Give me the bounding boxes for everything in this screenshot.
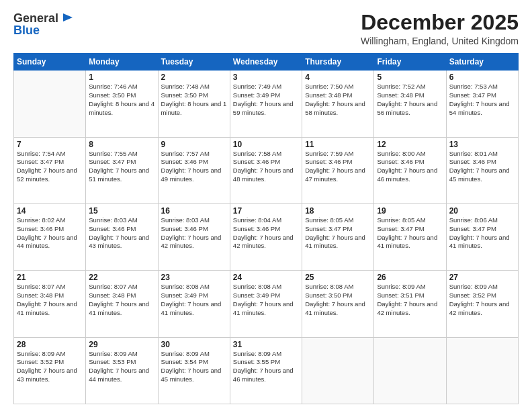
col-wednesday: Wednesday bbox=[230, 54, 302, 71]
day-info: Sunrise: 8:05 AMSunset: 3:47 PMDaylight:… bbox=[377, 216, 443, 250]
day-number: 9 bbox=[161, 140, 227, 149]
day-number: 31 bbox=[233, 340, 299, 349]
svg-marker-0 bbox=[63, 13, 73, 21]
table-row: 8Sunrise: 7:55 AMSunset: 3:47 PMDaylight… bbox=[86, 137, 158, 203]
month-title: December 2025 bbox=[361, 11, 519, 34]
table-row: 14Sunrise: 8:02 AMSunset: 3:46 PMDayligh… bbox=[14, 203, 86, 270]
day-number: 25 bbox=[305, 273, 371, 282]
day-info: Sunrise: 7:49 AMSunset: 3:49 PMDaylight:… bbox=[233, 83, 299, 117]
col-sunday: Sunday bbox=[14, 54, 86, 71]
day-number: 5 bbox=[377, 73, 443, 82]
day-info: Sunrise: 8:08 AMSunset: 3:50 PMDaylight:… bbox=[305, 283, 371, 317]
table-row: 6Sunrise: 7:53 AMSunset: 3:47 PMDaylight… bbox=[446, 71, 518, 137]
day-info: Sunrise: 8:07 AMSunset: 3:48 PMDaylight:… bbox=[89, 283, 154, 317]
col-tuesday: Tuesday bbox=[158, 54, 230, 71]
calendar-header-row: Sunday Monday Tuesday Wednesday Thursday… bbox=[14, 54, 519, 71]
page: General Blue December 2025 Willingham, E… bbox=[0, 0, 532, 411]
table-row: 21Sunrise: 8:07 AMSunset: 3:48 PMDayligh… bbox=[14, 271, 86, 337]
day-number: 6 bbox=[449, 73, 515, 82]
day-info: Sunrise: 8:09 AMSunset: 3:55 PMDaylight:… bbox=[233, 350, 299, 384]
logo: General Blue bbox=[13, 11, 75, 38]
day-number: 30 bbox=[161, 340, 227, 349]
calendar-week-row: 1Sunrise: 7:46 AMSunset: 3:50 PMDaylight… bbox=[14, 71, 519, 137]
day-number: 3 bbox=[233, 73, 299, 82]
table-row bbox=[302, 337, 374, 404]
day-number: 29 bbox=[89, 340, 154, 349]
day-number: 16 bbox=[161, 206, 227, 216]
day-info: Sunrise: 8:09 AMSunset: 3:54 PMDaylight:… bbox=[161, 350, 227, 384]
day-number: 15 bbox=[89, 206, 154, 216]
day-number: 18 bbox=[305, 206, 371, 216]
day-info: Sunrise: 8:07 AMSunset: 3:48 PMDaylight:… bbox=[17, 283, 83, 317]
table-row bbox=[374, 337, 446, 404]
day-number: 11 bbox=[305, 140, 371, 149]
day-info: Sunrise: 8:09 AMSunset: 3:53 PMDaylight:… bbox=[89, 350, 154, 384]
day-info: Sunrise: 7:59 AMSunset: 3:46 PMDaylight:… bbox=[305, 150, 371, 184]
day-number: 23 bbox=[161, 273, 227, 282]
table-row bbox=[14, 71, 86, 137]
table-row: 25Sunrise: 8:08 AMSunset: 3:50 PMDayligh… bbox=[302, 271, 374, 337]
col-thursday: Thursday bbox=[302, 54, 374, 71]
day-info: Sunrise: 8:05 AMSunset: 3:47 PMDaylight:… bbox=[305, 216, 371, 250]
day-number: 10 bbox=[233, 140, 299, 149]
logo-blue-text: Blue bbox=[13, 24, 75, 38]
day-number: 8 bbox=[89, 140, 154, 149]
day-number: 1 bbox=[89, 73, 154, 82]
day-info: Sunrise: 8:08 AMSunset: 3:49 PMDaylight:… bbox=[233, 283, 299, 317]
day-info: Sunrise: 8:06 AMSunset: 3:47 PMDaylight:… bbox=[449, 216, 515, 250]
calendar-week-row: 21Sunrise: 8:07 AMSunset: 3:48 PMDayligh… bbox=[14, 271, 519, 337]
table-row: 28Sunrise: 8:09 AMSunset: 3:52 PMDayligh… bbox=[14, 337, 86, 404]
day-number: 14 bbox=[17, 206, 83, 216]
table-row: 19Sunrise: 8:05 AMSunset: 3:47 PMDayligh… bbox=[374, 203, 446, 270]
table-row: 11Sunrise: 7:59 AMSunset: 3:46 PMDayligh… bbox=[302, 137, 374, 203]
day-number: 2 bbox=[161, 73, 227, 82]
day-info: Sunrise: 8:09 AMSunset: 3:52 PMDaylight:… bbox=[449, 283, 515, 317]
table-row: 20Sunrise: 8:06 AMSunset: 3:47 PMDayligh… bbox=[446, 203, 518, 270]
table-row: 5Sunrise: 7:52 AMSunset: 3:48 PMDaylight… bbox=[374, 71, 446, 137]
day-info: Sunrise: 7:46 AMSunset: 3:50 PMDaylight:… bbox=[89, 83, 154, 117]
table-row bbox=[446, 337, 518, 404]
calendar-table: Sunday Monday Tuesday Wednesday Thursday… bbox=[13, 53, 519, 404]
day-info: Sunrise: 7:48 AMSunset: 3:50 PMDaylight:… bbox=[161, 83, 227, 117]
table-row: 31Sunrise: 8:09 AMSunset: 3:55 PMDayligh… bbox=[230, 337, 302, 404]
table-row: 26Sunrise: 8:09 AMSunset: 3:51 PMDayligh… bbox=[374, 271, 446, 337]
location: Willingham, England, United Kingdom bbox=[361, 36, 519, 46]
day-number: 17 bbox=[233, 206, 299, 216]
day-number: 26 bbox=[377, 273, 443, 282]
day-info: Sunrise: 8:08 AMSunset: 3:49 PMDaylight:… bbox=[161, 283, 227, 317]
day-number: 21 bbox=[17, 273, 83, 282]
table-row: 23Sunrise: 8:08 AMSunset: 3:49 PMDayligh… bbox=[158, 271, 230, 337]
header: General Blue December 2025 Willingham, E… bbox=[13, 11, 519, 46]
day-info: Sunrise: 7:58 AMSunset: 3:46 PMDaylight:… bbox=[233, 150, 299, 184]
col-saturday: Saturday bbox=[446, 54, 518, 71]
table-row: 10Sunrise: 7:58 AMSunset: 3:46 PMDayligh… bbox=[230, 137, 302, 203]
day-info: Sunrise: 7:53 AMSunset: 3:47 PMDaylight:… bbox=[449, 83, 515, 117]
day-info: Sunrise: 8:03 AMSunset: 3:46 PMDaylight:… bbox=[161, 216, 227, 250]
day-number: 12 bbox=[377, 140, 443, 149]
day-number: 27 bbox=[449, 273, 515, 282]
table-row: 29Sunrise: 8:09 AMSunset: 3:53 PMDayligh… bbox=[86, 337, 158, 404]
table-row: 16Sunrise: 8:03 AMSunset: 3:46 PMDayligh… bbox=[158, 203, 230, 270]
table-row: 27Sunrise: 8:09 AMSunset: 3:52 PMDayligh… bbox=[446, 271, 518, 337]
calendar-week-row: 14Sunrise: 8:02 AMSunset: 3:46 PMDayligh… bbox=[14, 203, 519, 270]
table-row: 2Sunrise: 7:48 AMSunset: 3:50 PMDaylight… bbox=[158, 71, 230, 137]
day-info: Sunrise: 8:01 AMSunset: 3:46 PMDaylight:… bbox=[449, 150, 515, 184]
day-info: Sunrise: 7:52 AMSunset: 3:48 PMDaylight:… bbox=[377, 83, 443, 117]
table-row: 13Sunrise: 8:01 AMSunset: 3:46 PMDayligh… bbox=[446, 137, 518, 203]
table-row: 18Sunrise: 8:05 AMSunset: 3:47 PMDayligh… bbox=[302, 203, 374, 270]
day-info: Sunrise: 7:57 AMSunset: 3:46 PMDaylight:… bbox=[161, 150, 227, 184]
day-info: Sunrise: 8:00 AMSunset: 3:46 PMDaylight:… bbox=[377, 150, 443, 184]
day-info: Sunrise: 7:55 AMSunset: 3:47 PMDaylight:… bbox=[89, 150, 154, 184]
table-row: 15Sunrise: 8:03 AMSunset: 3:46 PMDayligh… bbox=[86, 203, 158, 270]
table-row: 1Sunrise: 7:46 AMSunset: 3:50 PMDaylight… bbox=[86, 71, 158, 137]
table-row: 7Sunrise: 7:54 AMSunset: 3:47 PMDaylight… bbox=[14, 137, 86, 203]
col-friday: Friday bbox=[374, 54, 446, 71]
calendar-week-row: 28Sunrise: 8:09 AMSunset: 3:52 PMDayligh… bbox=[14, 337, 519, 404]
table-row: 22Sunrise: 8:07 AMSunset: 3:48 PMDayligh… bbox=[86, 271, 158, 337]
col-monday: Monday bbox=[86, 54, 158, 71]
day-number: 28 bbox=[17, 340, 83, 349]
table-row: 9Sunrise: 7:57 AMSunset: 3:46 PMDaylight… bbox=[158, 137, 230, 203]
day-info: Sunrise: 8:09 AMSunset: 3:51 PMDaylight:… bbox=[377, 283, 443, 317]
day-info: Sunrise: 7:50 AMSunset: 3:48 PMDaylight:… bbox=[305, 83, 371, 117]
day-number: 22 bbox=[89, 273, 154, 282]
